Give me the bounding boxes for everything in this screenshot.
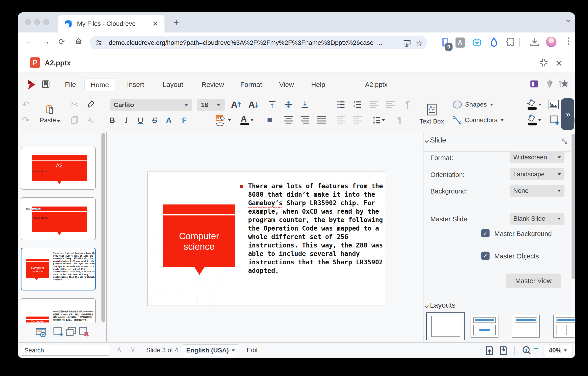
zoom-out-icon[interactable]: −	[533, 343, 538, 354]
collapse-slide-section-icon[interactable]	[425, 139, 428, 143]
close-viewer-icon[interactable]: ✕	[555, 58, 563, 69]
align-middle-icon[interactable]	[282, 98, 296, 111]
clear-style-icon[interactable]: A	[84, 113, 98, 127]
url-bar[interactable]: demo.cloudreve.org/home?path=cloudreve%3…	[90, 36, 427, 49]
zoom-100-icon[interactable]: 1	[521, 345, 532, 356]
add-slide-icon[interactable]	[547, 113, 561, 127]
increase-indent-icon[interactable]	[383, 98, 398, 111]
forward-icon[interactable]: →	[42, 37, 50, 46]
bold-icon[interactable]: B	[105, 113, 119, 127]
font-size-select[interactable]: 18	[197, 99, 225, 111]
letter-a-extension-icon[interactable]: A	[455, 37, 465, 48]
card-panel-icon[interactable]	[573, 79, 575, 89]
paste-button[interactable]: Paste	[37, 98, 63, 131]
highlight-color-button[interactable]: ab	[212, 113, 234, 127]
bullet-list-icon[interactable]	[334, 98, 348, 111]
shapes-button[interactable]: Shapes	[452, 98, 509, 111]
layout-title-content[interactable]	[471, 315, 498, 338]
install-app-icon[interactable]	[402, 39, 411, 47]
slide-fill-color-button[interactable]	[522, 98, 545, 111]
master-slide-select[interactable]: Blank Slide	[510, 213, 565, 225]
slide-canvas[interactable]: Computer science There are lots of featu…	[107, 132, 423, 342]
text-effect-a-icon[interactable]: A	[162, 113, 176, 127]
collapse-layouts-section-icon[interactable]	[425, 304, 428, 308]
menu-view[interactable]: View	[273, 78, 300, 91]
align-right-icon[interactable]	[298, 113, 312, 127]
align-bottom-icon[interactable]	[298, 98, 312, 111]
decrease-font-size-icon[interactable]: A	[246, 98, 260, 111]
bookmark-star-icon[interactable]: ☆	[416, 39, 423, 48]
browser-tab[interactable]: My Files - Cloudreve ✕	[58, 15, 165, 33]
site-settings-icon[interactable]	[94, 39, 103, 47]
thumbnails-scrollbar[interactable]	[101, 133, 105, 322]
font-name-select[interactable]: Carlito	[110, 99, 192, 111]
cut-icon[interactable]: ✂	[68, 98, 82, 111]
slide-thumbnail-2[interactable]: Click to add Text Click to add Title	[21, 197, 96, 240]
background-select[interactable]: None	[510, 185, 565, 197]
expand-toolbar-button[interactable]: »	[561, 98, 574, 130]
align-top-icon[interactable]	[265, 98, 279, 111]
master-view-button[interactable]: Master View	[506, 274, 561, 288]
menu-insert[interactable]: Insert	[121, 78, 150, 91]
reload-icon[interactable]: ⟳	[58, 37, 65, 46]
numbered-list-icon[interactable]: 12	[350, 98, 365, 111]
slide-body-text[interactable]: There are lots of features from the 8080…	[248, 182, 386, 275]
open-advanced-settings-icon[interactable]	[561, 137, 568, 145]
home-icon[interactable]	[74, 37, 83, 45]
language-button[interactable]: English (USA)	[182, 344, 239, 356]
format-select[interactable]: Widescreen	[510, 151, 565, 163]
fit-slide-icon[interactable]	[484, 345, 495, 356]
layout-blank-selected[interactable]	[426, 312, 465, 340]
favorites-star-icon[interactable]	[559, 79, 570, 89]
slide-title-callout[interactable]: Computer science	[163, 215, 235, 267]
menu-help[interactable]: Help	[305, 78, 331, 91]
text-effect-f-icon[interactable]: F	[177, 113, 191, 127]
search-input[interactable]	[21, 345, 110, 356]
menu-format[interactable]: Format	[234, 78, 268, 91]
profile-avatar[interactable]	[546, 37, 556, 47]
water-drop-extension-icon[interactable]	[488, 37, 499, 48]
menu-file[interactable]: File	[59, 78, 82, 91]
undo-icon[interactable]: ↶	[19, 98, 33, 111]
align-center-icon[interactable]	[282, 113, 296, 127]
font-color-button[interactable]: A	[235, 113, 257, 127]
text-box-button[interactable]: A Text Box	[413, 98, 450, 131]
insert-paragraph-icon[interactable]: ¶	[401, 98, 415, 111]
paragraph-settings-icon[interactable]: ¶	[392, 113, 407, 127]
extensions-puzzle-icon[interactable]	[505, 37, 516, 48]
line-spacing-button[interactable]	[368, 113, 389, 127]
back-icon[interactable]: ←	[26, 37, 33, 46]
find-previous-icon[interactable]: ∧	[116, 345, 122, 354]
new-tab-button[interactable]: +	[174, 17, 179, 28]
slide-thumbnail-1[interactable]: A2 Click to add Text	[21, 147, 96, 190]
bilibili-extension-icon[interactable]	[471, 37, 483, 48]
zoom-traffic-light[interactable]	[43, 19, 49, 25]
master-background-checkbox[interactable]: ✓	[481, 229, 490, 237]
shape-fill-color-button[interactable]	[522, 113, 545, 127]
redo-icon[interactable]: ↷	[19, 113, 33, 127]
slide-thumbnail-3[interactable]: Computer science There are lots of featu…	[21, 248, 96, 290]
gem-icon[interactable]	[545, 79, 555, 89]
tab-search-chevron-icon[interactable]	[567, 18, 570, 22]
fit-width-icon[interactable]	[498, 345, 509, 356]
menu-layout[interactable]: Layout	[157, 78, 189, 91]
theme-panel-icon[interactable]	[529, 79, 540, 89]
slide-accent-bar[interactable]	[163, 204, 235, 214]
menu-review[interactable]: Review	[196, 78, 230, 91]
find-next-icon[interactable]: ∨	[130, 345, 136, 354]
move-down-icon[interactable]	[350, 113, 365, 127]
copy-icon[interactable]	[68, 113, 82, 127]
right-panel-scrollbar[interactable]	[572, 133, 575, 279]
browser-menu-kebab-icon[interactable]: ⋮	[564, 36, 573, 46]
duplicate-slide-footer-icon[interactable]	[65, 326, 77, 337]
minimize-traffic-light[interactable]	[34, 19, 40, 25]
increase-font-size-icon[interactable]: A	[229, 98, 243, 111]
connectors-button[interactable]: Connectors	[452, 113, 518, 127]
add-slide-footer-icon[interactable]	[52, 326, 64, 337]
italic-icon[interactable]: I	[119, 113, 133, 127]
orientation-select[interactable]: Landscape	[510, 168, 565, 180]
tab-close-icon[interactable]: ✕	[152, 20, 158, 28]
strikethrough-icon[interactable]: S	[147, 113, 162, 127]
exit-fullscreen-icon[interactable]	[539, 58, 548, 67]
url-text[interactable]: demo.cloudreve.org/home?path=cloudreve%3…	[109, 39, 382, 46]
